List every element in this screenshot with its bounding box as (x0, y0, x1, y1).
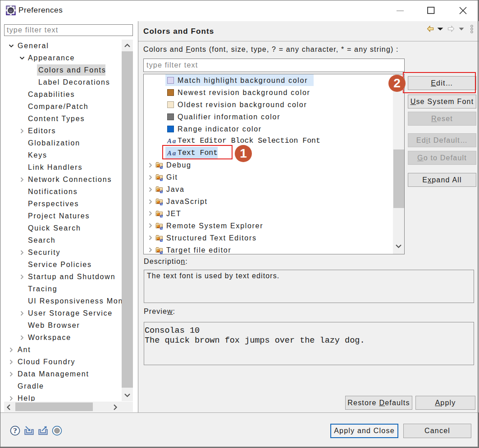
svg-text:?: ? (13, 426, 17, 435)
